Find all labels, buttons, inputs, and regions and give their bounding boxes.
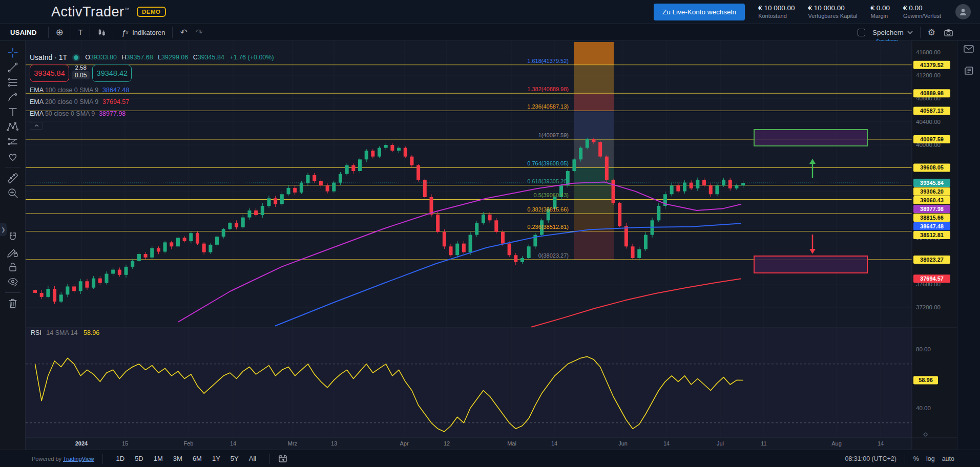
divider — [269, 454, 270, 464]
rsi-pane[interactable] — [26, 328, 912, 438]
range-button-3m[interactable]: 3M — [169, 453, 186, 464]
ohlc-values: O39333.80 H39357.68 L39299.06 C39345.84 … — [85, 54, 274, 61]
trademark: ™ — [124, 7, 130, 12]
goto-date-icon[interactable] — [278, 454, 287, 463]
redo-icon[interactable]: ↷ — [196, 27, 203, 38]
edit-lock-icon[interactable] — [4, 245, 22, 260]
clock[interactable]: 08:31:00 (UTC+2) — [845, 455, 896, 462]
indicators-icon[interactable]: ƒx — [121, 28, 128, 37]
range-button-all[interactable]: All — [245, 453, 260, 464]
collapse-legend-button[interactable] — [30, 122, 43, 130]
range-button-1y[interactable]: 1Y — [208, 453, 224, 464]
demo-badge: DEMO — [137, 7, 166, 17]
svg-text:Aug: Aug — [831, 440, 842, 447]
range-button-1m[interactable]: 1M — [150, 453, 167, 464]
divider — [48, 27, 49, 38]
price-badge: 39060.43 — [913, 196, 950, 204]
range-button-1d[interactable]: 1D — [112, 453, 129, 464]
indicators-button[interactable]: Indikatoren — [132, 29, 165, 36]
chevron-down-icon[interactable] — [907, 31, 913, 34]
price-axis[interactable] — [912, 41, 957, 450]
xabcd-pattern-icon[interactable] — [4, 119, 22, 134]
drawing-tools-sidebar — [0, 41, 26, 450]
divider — [172, 27, 173, 38]
svg-text:0(38023.27): 0(38023.27) — [538, 252, 569, 259]
layout-checkbox[interactable] — [858, 29, 865, 36]
settings-gear-icon[interactable]: ⚙ — [928, 27, 935, 38]
price-badge: 40889.98 — [913, 89, 950, 97]
user-avatar[interactable] — [955, 4, 971, 19]
divider — [905, 454, 905, 464]
legend-symbol[interactable]: UsaInd · 1T — [30, 53, 67, 61]
chart-type-icon[interactable] — [97, 28, 107, 37]
indicator-row[interactable]: EMA 200 close 0 SMA 937694.57 — [30, 98, 274, 105]
svg-text:14: 14 — [230, 440, 236, 447]
svg-text:1.236(40587.13): 1.236(40587.13) — [527, 103, 569, 110]
svg-text:0.618(39305.20): 0.618(39305.20) — [527, 178, 569, 184]
auto-scale-button[interactable]: auto — [942, 455, 954, 462]
user-icon — [958, 7, 968, 16]
forecast-icon[interactable] — [4, 134, 22, 149]
percent-scale-button[interactable]: % — [913, 455, 919, 462]
ruler-icon[interactable] — [4, 171, 22, 185]
sell-button[interactable]: 39345.84 — [30, 65, 69, 82]
svg-text:0.382(38815.66): 0.382(38815.66) — [527, 206, 569, 213]
svg-text:0.5(39060.43): 0.5(39060.43) — [534, 192, 569, 198]
trash-icon[interactable] — [4, 296, 22, 311]
switch-to-live-button[interactable]: Zu Live-Konto wechseln — [654, 4, 745, 20]
symbol-label[interactable]: USAIND — [10, 29, 37, 36]
screenshot-camera-icon[interactable] — [944, 28, 953, 37]
svg-text:Feb: Feb — [184, 440, 194, 447]
svg-text:40097.59: 40097.59 — [920, 136, 944, 142]
log-scale-button[interactable]: log — [926, 455, 935, 462]
chart-region[interactable]: 1.618(41379.52)1.382(40889.98)1.236(4058… — [26, 41, 957, 450]
crosshair-icon[interactable] — [4, 45, 22, 60]
favorites-icon[interactable] — [4, 149, 22, 164]
range-button-5y[interactable]: 5Y — [226, 453, 243, 464]
svg-text:1.382(40889.98): 1.382(40889.98) — [527, 86, 569, 92]
svg-text:2024: 2024 — [75, 440, 88, 447]
svg-text:1.618(41379.52): 1.618(41379.52) — [527, 58, 569, 64]
activtrader-app: ActivTrader™ DEMO Zu Live-Konto wechseln… — [0, 0, 980, 467]
svg-text:37200.00: 37200.00 — [916, 304, 941, 310]
pip-value: 0.05 — [72, 71, 90, 79]
zoom-in-icon[interactable] — [4, 185, 22, 200]
account-stat: € 10 000.00Kontostand — [758, 4, 795, 20]
pane-settings-icon[interactable]: ☼ — [922, 429, 929, 438]
news-icon[interactable] — [964, 66, 974, 77]
svg-text:38647.48: 38647.48 — [920, 223, 944, 229]
svg-text:14: 14 — [663, 440, 670, 447]
rsi-legend: RSI 14 SMA 14 58.96 — [31, 329, 99, 336]
tradingview-link[interactable]: TradingView — [63, 456, 94, 462]
fib-retracement-icon[interactable] — [4, 75, 22, 90]
sidebar-expand-tab[interactable]: ❯ — [0, 223, 7, 236]
svg-text:12: 12 — [444, 440, 450, 447]
indicator-row[interactable]: EMA 50 close 0 SMA 938977.98 — [30, 110, 274, 117]
target-zone-box[interactable] — [754, 130, 867, 146]
lock-icon[interactable] — [4, 260, 22, 274]
trend-line-icon[interactable] — [4, 60, 22, 75]
add-symbol-icon[interactable]: ⊕ — [56, 27, 64, 38]
price-badge: 38977.98 — [913, 205, 950, 213]
header-right: Zu Live-Konto wechseln € 10 000.00Kontos… — [654, 4, 971, 20]
stop-zone-box[interactable] — [754, 256, 867, 273]
save-button[interactable]: Speichern — [872, 29, 904, 36]
text-icon[interactable] — [4, 104, 22, 119]
mail-icon[interactable] — [964, 45, 974, 55]
indicator-row[interactable]: EMA 100 close 0 SMA 938647.48 — [30, 87, 274, 94]
svg-text:0.236(38512.81): 0.236(38512.81) — [527, 224, 569, 230]
range-button-5d[interactable]: 5D — [131, 453, 148, 464]
price-badge: 39306.20 — [913, 187, 950, 196]
svg-text:38512.81: 38512.81 — [920, 232, 944, 238]
rsi-value-badge: 58.96 — [913, 376, 938, 384]
interval-button[interactable]: T — [78, 28, 83, 36]
brush-icon[interactable] — [4, 90, 22, 104]
chart-legend: UsaInd · 1T O39333.80 H39357.68 L39299.0… — [30, 53, 274, 130]
range-button-6m[interactable]: 6M — [189, 453, 206, 464]
hide-drawings-icon[interactable] — [4, 274, 22, 289]
undo-icon[interactable]: ↶ — [180, 27, 187, 38]
svg-text:39608.05: 39608.05 — [920, 164, 944, 171]
buy-button[interactable]: 39348.42 — [92, 65, 132, 82]
divider — [5, 167, 20, 167]
svg-text:39345.84: 39345.84 — [920, 180, 944, 186]
